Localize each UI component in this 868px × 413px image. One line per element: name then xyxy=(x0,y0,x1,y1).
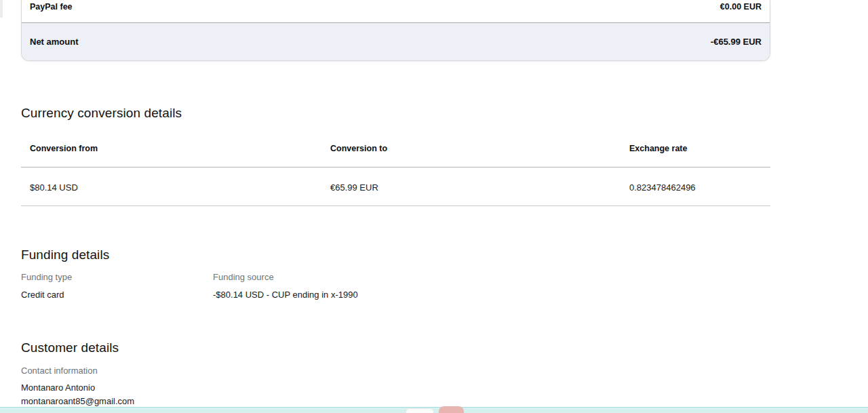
funding-source-value: -$80.14 USD - CUP ending in x-1990 xyxy=(213,290,358,300)
funding-section-title: Funding details xyxy=(21,248,109,262)
net-amount-row: Net amount -€65.99 EUR xyxy=(22,23,770,60)
column-header-exchange-rate: Exchange rate xyxy=(629,144,687,153)
customer-section-title: Customer details xyxy=(21,340,119,355)
cell-conversion-from: $80.14 USD xyxy=(30,182,78,193)
table-row-divider xyxy=(21,205,770,206)
contact-information-label: Contact information xyxy=(21,366,98,376)
net-amount-value: -€65.99 EUR xyxy=(711,37,762,47)
funding-source-label: Funding source xyxy=(213,272,274,282)
currency-conversion-section-title: Currency conversion details xyxy=(21,106,182,121)
column-header-conversion-to: Conversion to xyxy=(330,144,387,153)
net-amount-label: Net amount xyxy=(30,37,79,47)
cell-exchange-rate: 0.823478462496 xyxy=(629,182,696,193)
customer-name: Montanaro Antonio xyxy=(21,382,95,393)
column-header-conversion-from: Conversion from xyxy=(30,144,98,153)
paypal-fee-row: PayPal fee €0.00 EUR xyxy=(22,0,770,23)
transaction-summary-card: PayPal fee €0.00 EUR Net amount -€65.99 … xyxy=(21,0,770,61)
funding-type-value: Credit card xyxy=(21,290,64,300)
cell-conversion-to: €65.99 EUR xyxy=(330,182,378,193)
peeking-widget-pink xyxy=(439,406,464,413)
table-header-divider xyxy=(21,167,770,168)
window-edge-sliver xyxy=(0,0,3,18)
bottom-bar xyxy=(0,407,868,413)
funding-type-label: Funding type xyxy=(21,272,72,282)
customer-email: montanaroant85@gmail.com xyxy=(21,396,134,406)
peeking-widget-white xyxy=(406,408,434,413)
paypal-fee-value: €0.00 EUR xyxy=(720,2,762,12)
paypal-fee-label: PayPal fee xyxy=(30,2,73,12)
